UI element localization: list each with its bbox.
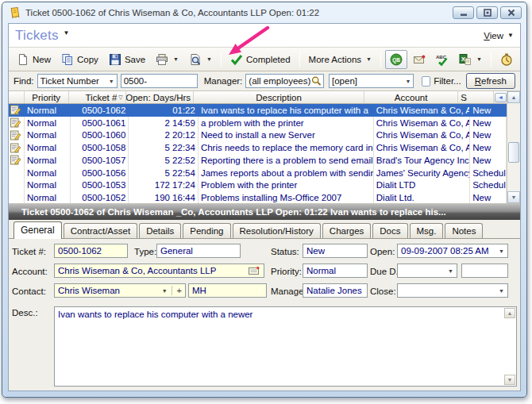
chevron-down-icon[interactable]: ▼	[160, 288, 168, 294]
manager-select[interactable]: (all employees)	[245, 74, 324, 88]
tab-notes[interactable]: Notes	[445, 223, 483, 238]
scroll-down-icon[interactable]: ▼	[507, 191, 520, 203]
scrollbar-thumb[interactable]	[508, 142, 519, 163]
new-page-icon	[17, 53, 29, 66]
find-type-select[interactable]: Ticket Number▼	[37, 74, 118, 88]
column-header-Account[interactable]: Account	[364, 91, 458, 103]
cell-open: 5 22:52	[129, 154, 199, 167]
cell-account: Chris Wiseman & Co, Acco	[374, 141, 470, 154]
timer-button[interactable]	[495, 50, 518, 69]
cell-account: Dialit Ltd.	[374, 191, 470, 203]
column-header-Description[interactable]: Description	[194, 91, 364, 103]
ticket-row[interactable]: Normal0500-10585 22:34Chris needs to rep…	[9, 141, 507, 154]
ticket-row[interactable]: Normal0500-106201:22Ivan wants to replac…	[9, 104, 507, 117]
more-actions-button[interactable]: More Actions▼	[304, 52, 376, 67]
tab-general[interactable]: General	[13, 221, 62, 239]
tab-pending[interactable]: Pending	[183, 223, 230, 238]
quickbooks-button[interactable]: QB	[385, 50, 407, 69]
cell-icon	[9, 167, 25, 179]
ticket-row[interactable]: Normal0500-10575 22:52Reporting there is…	[9, 154, 507, 167]
find-input[interactable]: 0500-	[121, 74, 198, 88]
type-field[interactable]: General	[156, 244, 241, 258]
grid-vertical-scrollbar[interactable]: ▲ ▼	[507, 91, 520, 203]
tab-msg[interactable]: Msg.	[410, 223, 444, 238]
spellcheck-button[interactable]: ABC	[431, 50, 453, 69]
tab-resolution-history[interactable]: Resolution/History	[233, 223, 321, 238]
completed-check-icon	[230, 53, 243, 66]
account-note-icon[interactable]	[248, 266, 260, 275]
copy-button[interactable]: Copy	[56, 50, 103, 69]
cell-priority: Normal	[25, 167, 71, 179]
scroll-columns-left-icon[interactable]: ◄	[495, 93, 507, 102]
close-button[interactable]	[500, 6, 522, 19]
toolbar-separator	[380, 52, 381, 67]
page-header: Tickets ▼ View ▼	[9, 24, 520, 47]
toolbar-separator	[221, 52, 222, 67]
ticket-row[interactable]: Normal0500-10602 20:12Need to install a …	[9, 129, 507, 142]
cell-description: a problem with the printer	[199, 117, 374, 129]
save-button-label: Save	[125, 55, 145, 64]
ticket-row[interactable]: Normal0500-10565 22:54James reports abou…	[9, 167, 507, 179]
ticket-row[interactable]: Normal0500-1053172 17:24Problem with the…	[9, 179, 507, 192]
close-field[interactable]: ▼	[397, 283, 508, 298]
contact-initials-field[interactable]: MH	[188, 283, 267, 298]
cell-priority: Normal	[25, 154, 71, 167]
status-filter-select[interactable]: [open]▼	[329, 74, 414, 88]
tab-details[interactable]: Details	[139, 223, 181, 238]
column-header-Open: Days/Hrs[interactable]: Open: Days/Hrs	[126, 91, 194, 103]
contact-select[interactable]: Chris Wiseman▼+	[54, 283, 186, 298]
description-textarea[interactable]: Ivan wants to replace his computer with …	[54, 306, 517, 387]
ticket-number-field[interactable]: 0500-1062	[54, 244, 128, 258]
timer-icon	[500, 53, 513, 66]
account-field[interactable]: Chris Wiseman & Co, Accountants LLP	[54, 264, 264, 278]
desc-scroll-up-icon[interactable]: ▲	[504, 308, 515, 318]
new-button[interactable]: New	[12, 50, 56, 69]
open-field[interactable]: 09-09-2007 08:25 AM▼	[397, 244, 508, 258]
titlebar[interactable]: Ticket 0500-1062 of Chris Wiseman & Co, …	[2, 2, 526, 23]
status-field[interactable]: New	[303, 244, 368, 258]
save-button[interactable]: Save	[104, 50, 150, 69]
add-contact-button[interactable]: +	[172, 286, 182, 295]
ticket-row[interactable]: Normal0500-10612 14:59a problem with the…	[9, 117, 507, 129]
cell-priority: Normal	[25, 179, 71, 192]
search-icon[interactable]	[310, 75, 322, 87]
manager-field[interactable]: Natalie Jones	[303, 283, 368, 298]
cell-priority: Normal	[25, 129, 71, 142]
tab-docs[interactable]: Docs	[372, 223, 407, 238]
column-header-Priority[interactable]: Priority	[25, 91, 69, 103]
minimize-button[interactable]	[453, 6, 474, 19]
priority-field[interactable]: Normal	[303, 264, 368, 278]
completed-button[interactable]: Completed	[226, 50, 295, 69]
chevron-down-icon[interactable]: ▼	[445, 268, 453, 274]
due-time-field[interactable]	[461, 264, 508, 278]
tab-contract-asset[interactable]: Contract/Asset	[64, 223, 137, 238]
scrollbar-track[interactable]	[507, 103, 520, 191]
ticket-edit-icon	[10, 130, 21, 140]
column-header-S[interactable]: S	[458, 91, 494, 103]
column-header-icon[interactable]	[9, 91, 25, 103]
chevron-down-icon[interactable]: ▼	[496, 248, 504, 254]
column-header-Ticket #[interactable]: Ticket #▽	[69, 91, 126, 103]
cell-open: 2 14:59	[129, 117, 199, 129]
close-label: Close:	[370, 284, 396, 298]
page-title-menu-caret[interactable]: ▼	[64, 29, 70, 37]
view-menu-caret[interactable]: ▼	[507, 32, 514, 39]
due-date-field[interactable]: ▼	[397, 264, 457, 278]
tab-charges[interactable]: Charges	[322, 223, 371, 238]
print-button[interactable]: ▼	[151, 50, 183, 69]
desc-scroll-down-icon[interactable]: ▼	[504, 375, 515, 385]
cell-status: Scheduled	[470, 179, 507, 192]
print-preview-button[interactable]: ▼	[184, 50, 217, 69]
chevron-down-icon[interactable]: ▼	[496, 288, 504, 294]
email-button[interactable]	[408, 50, 430, 69]
scroll-up-icon[interactable]: ▲	[507, 91, 520, 103]
cell-description: James reports about a problem with sendi…	[199, 167, 374, 179]
filter-checkbox[interactable]	[422, 76, 430, 87]
ticket-row[interactable]: Normal0500-1052190 16:44Problems install…	[9, 191, 507, 203]
type-label: Type:	[134, 244, 156, 259]
cell-status: New	[470, 141, 507, 154]
view-menu[interactable]: View	[484, 31, 503, 40]
excel-export-button[interactable]: X▼	[454, 50, 487, 69]
maximize-button[interactable]	[476, 6, 498, 19]
refresh-button[interactable]: Refresh	[466, 73, 515, 89]
